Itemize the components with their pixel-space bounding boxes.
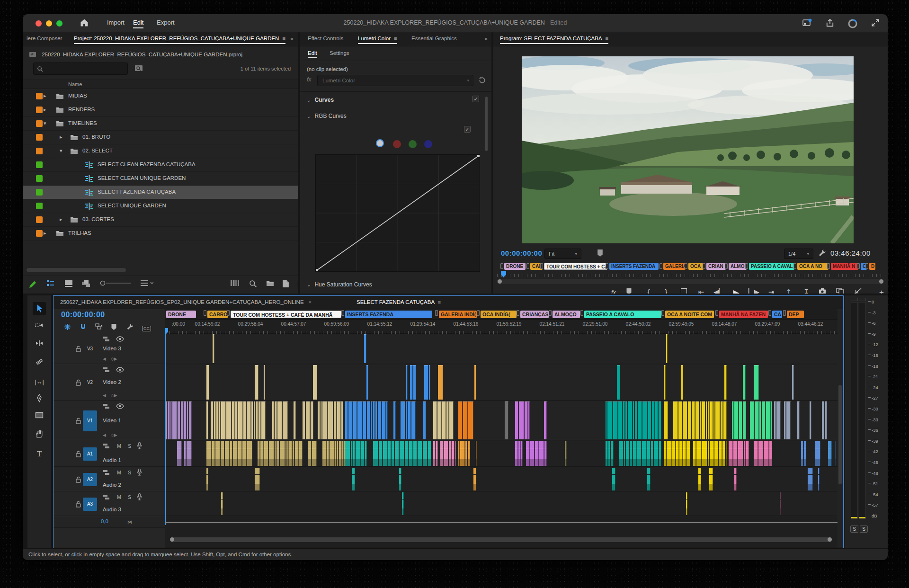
timeline-clip[interactable] <box>647 468 651 490</box>
toggle-track-output-eye-icon[interactable] <box>116 336 124 342</box>
sort-icon[interactable] <box>140 280 151 290</box>
timeline-clip[interactable] <box>659 401 661 439</box>
timeline-clip[interactable] <box>285 441 287 466</box>
timeline-clip[interactable] <box>710 441 714 466</box>
timeline-clip[interactable] <box>322 401 328 439</box>
marker-icon[interactable] <box>597 249 604 257</box>
timeline-clip[interactable] <box>734 401 739 439</box>
timeline-clip[interactable] <box>822 401 824 439</box>
timeline-ruler[interactable]: :00:0000:14:59:0200:29:58:0400:44:57:070… <box>165 320 838 334</box>
track-target-a1[interactable]: A1 <box>83 447 97 461</box>
project-item-select-unique-garden[interactable]: SELECT UNIQUE GARDEN <box>23 199 298 213</box>
timeline-clip[interactable] <box>375 401 377 439</box>
project-item-03-cortes[interactable]: ▸03. CORTES <box>23 213 298 227</box>
timeline-clip[interactable] <box>530 441 535 466</box>
timeline-clip[interactable] <box>676 441 679 466</box>
sync-lock-icon[interactable] <box>103 367 110 373</box>
program-marker-tour-com-hostess-ca[interactable]: TOUR COM HOSTESS + CA <box>544 263 607 270</box>
sync-lock-icon[interactable] <box>103 470 110 475</box>
timeline-clip[interactable] <box>738 441 743 466</box>
program-marker-icon[interactable] <box>526 263 529 269</box>
mute-button[interactable]: M <box>115 494 123 501</box>
timeline-clip[interactable] <box>744 441 746 466</box>
timeline-clip[interactable] <box>219 401 221 439</box>
program-marker-almo[interactable]: ALMO <box>729 263 747 270</box>
timeline-clip[interactable] <box>647 441 651 466</box>
timeline-clip[interactable] <box>702 401 705 439</box>
global-fx-mute-icon[interactable]: fx <box>854 288 864 294</box>
timeline-clip[interactable] <box>476 441 477 466</box>
workspace-icon[interactable] <box>802 18 812 27</box>
chevron-right-icon[interactable]: ▸ <box>44 107 46 113</box>
timeline-clip[interactable] <box>373 401 375 439</box>
timeline-clip[interactable] <box>232 401 235 439</box>
timeline-clip[interactable] <box>673 401 678 439</box>
timeline-clip[interactable] <box>184 441 186 466</box>
timeline-marker-tour-com-hostess-caf-da-manh-[interactable]: TOUR COM HOSTESS + CAFÉ DA MANHÃ <box>231 311 341 318</box>
timeline-clip[interactable] <box>438 365 443 400</box>
track-lane-v3[interactable] <box>165 334 838 364</box>
timeline-clip[interactable] <box>449 441 452 466</box>
timeline-clip[interactable] <box>617 365 620 400</box>
timeline-clip[interactable] <box>683 441 686 466</box>
timeline-marker-ca[interactable]: CA <box>772 311 782 318</box>
timeline-clip[interactable] <box>255 468 260 490</box>
timeline-clip[interactable] <box>341 401 343 439</box>
label-swatch[interactable] <box>36 175 43 182</box>
timeline-clip[interactable] <box>400 441 404 466</box>
program-marker-crian[interactable]: CRIAN <box>706 263 726 270</box>
chevron-right-icon[interactable]: ▸ <box>60 134 62 140</box>
timeline-clip[interactable] <box>733 441 738 466</box>
track-target-v2[interactable]: V2 <box>83 372 97 393</box>
timeline-clip[interactable] <box>724 365 727 400</box>
project-file-row[interactable]: 250220_HIDAKA EXPLORER_REFÚGIOS_CATUÇABA… <box>29 51 242 57</box>
timeline-clip[interactable] <box>713 401 715 439</box>
timeline-clip[interactable] <box>455 441 456 466</box>
project-item-select-clean-unique-garden[interactable]: SELECT CLEAN UNIQUE GARDEN <box>23 172 298 186</box>
timeline-clip[interactable] <box>287 441 289 466</box>
play[interactable]: ▶ <box>731 288 741 294</box>
timeline-clip[interactable] <box>708 441 709 466</box>
program-marker-drone[interactable]: DRONE <box>504 263 526 270</box>
timeline-clip[interactable] <box>623 401 625 439</box>
timeline-clip[interactable] <box>709 468 713 490</box>
keyframe-nav[interactable]: ◀◇▶ <box>103 393 122 398</box>
timeline-clip[interactable] <box>424 365 428 400</box>
timeline-clip[interactable] <box>330 441 335 466</box>
timeline-clip[interactable] <box>295 441 299 466</box>
toggle-track-output-eye-icon[interactable] <box>116 403 124 409</box>
sync-lock-icon[interactable] <box>103 494 110 500</box>
timeline-marker-drone[interactable]: DRONE <box>166 311 196 318</box>
timeline-clip[interactable] <box>754 441 758 466</box>
more-panels-icon[interactable]: » <box>484 35 488 42</box>
timeline-clip[interactable] <box>652 401 655 439</box>
timeline-clip[interactable] <box>515 401 518 439</box>
timeline-clip[interactable] <box>565 441 567 466</box>
timeline-clip[interactable] <box>178 401 180 439</box>
timeline-clip[interactable] <box>440 441 444 466</box>
timeline-clip[interactable] <box>406 401 408 439</box>
timeline-marker-passeio-a-cavalo[interactable]: PASSEIO A CAVALO <box>584 311 661 318</box>
timeline-clip[interactable] <box>776 401 781 439</box>
timeline-clip[interactable] <box>312 441 317 466</box>
timeline-clip[interactable] <box>221 441 224 466</box>
timeline-clip[interactable] <box>413 365 416 400</box>
timeline-clip[interactable] <box>750 401 754 439</box>
project-item-02-select[interactable]: ▾02. SELECT <box>23 144 298 158</box>
timeline-clip[interactable] <box>642 441 647 466</box>
timeline-marker-icon[interactable] <box>517 310 519 316</box>
master-gain-value[interactable]: 0,0 <box>101 518 108 524</box>
timeline-clip[interactable] <box>771 401 772 439</box>
timeline-clip[interactable] <box>528 401 530 439</box>
go-to-in[interactable]: ⇤ <box>696 288 706 294</box>
go-to-out[interactable]: ⇥ <box>766 288 776 294</box>
timeline-clip[interactable] <box>700 401 702 439</box>
track-lock-icon[interactable] <box>75 379 81 386</box>
program-mini-ruler[interactable] <box>497 271 884 277</box>
lumetri-subtab-settings[interactable]: Settings <box>330 50 349 56</box>
timeline-clip[interactable] <box>351 441 353 466</box>
pen-tool[interactable] <box>33 392 46 405</box>
curves-section-header[interactable]: ⌄Curves <box>307 97 334 103</box>
timeline-clip[interactable] <box>306 401 310 439</box>
timeline-clip[interactable] <box>215 441 220 466</box>
